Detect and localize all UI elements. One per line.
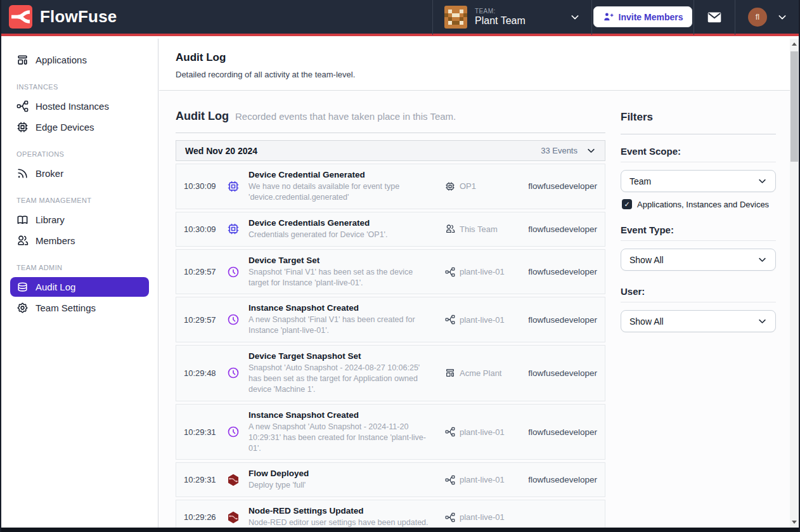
sidebar-item-label: Applications [35, 55, 87, 65]
sidebar: Applications INSTANCES Hosted Instances … [1, 39, 158, 528]
date-group-header[interactable]: Wed Nov 20 2024 33 Events [176, 140, 605, 161]
page-header: Audit Log Detailed recording of all acti… [159, 39, 790, 91]
event-user: flowfusedeveloper [528, 475, 597, 484]
card-subtitle: Recorded events that have taken place in… [235, 111, 456, 122]
notifications-button[interactable] [694, 0, 735, 35]
window-border-left [0, 0, 1, 532]
database-icon [16, 281, 29, 293]
clock-icon [227, 266, 240, 278]
audit-event-row: 10:30:09 Device Credentials Generated Cr… [176, 212, 605, 247]
event-description: Snapshot 'Final V1' has been set as the … [248, 267, 434, 289]
event-description: We have no details available for event t… [248, 181, 434, 203]
event-time: 10:30:09 [184, 224, 218, 234]
audit-event-row: 10:29:48 Device Target Snapshot Set Snap… [176, 345, 605, 401]
team-label: TEAM: [475, 8, 562, 15]
user-filter-value: Show All [629, 316, 664, 327]
event-description: A new Snapshot 'Final V1' has been creat… [248, 315, 434, 336]
instance-icon [445, 475, 455, 485]
event-time: 10:29:48 [184, 368, 218, 378]
chip-icon [227, 180, 240, 193]
team-selector[interactable]: TEAM: Plant Team [433, 0, 591, 35]
applications-icon [445, 368, 455, 378]
event-type-select[interactable]: Show All [621, 249, 776, 271]
label-divider [621, 302, 776, 302]
chevron-down-icon [758, 316, 767, 326]
invite-members-label: Invite Members [619, 12, 683, 22]
sidebar-item-members[interactable]: Members [10, 231, 149, 250]
audit-event-row: 10:29:31 Instance Snapshot Created A new… [176, 404, 605, 460]
team-meta: TEAM: Plant Team [475, 8, 562, 27]
scrollbar-down-button[interactable] [790, 517, 799, 528]
broadcast-icon [16, 167, 29, 179]
filters-panel: Filters Event Scope: Team Applications, … [621, 110, 776, 528]
instance-icon [445, 427, 455, 437]
checkbox-checked-icon[interactable] [622, 199, 632, 209]
instance-icon [445, 315, 455, 325]
scrollbar-up-button[interactable] [790, 39, 799, 49]
chevron-down-icon [570, 12, 580, 22]
instance-icon [445, 267, 455, 277]
window-border-bottom [0, 528, 800, 532]
event-scope: Acme Plant [445, 368, 528, 378]
scrollbar-thumb[interactable] [790, 51, 798, 162]
event-user: flowfusedeveloper [528, 267, 597, 276]
sidebar-item-label: Audit Log [35, 282, 75, 292]
user-menu[interactable]: fl [735, 0, 800, 35]
sidebar-item-broker[interactable]: Broker [10, 164, 149, 183]
chevron-down-icon [777, 12, 787, 22]
event-scope-select[interactable]: Team [621, 170, 776, 192]
instance-icon [16, 100, 29, 112]
sidebar-item-library[interactable]: Library [10, 210, 149, 230]
scope-include-checkbox-row[interactable]: Applications, Instances and Devices [622, 199, 775, 209]
user-filter-select[interactable]: Show All [621, 310, 776, 332]
user-filter-label: User: [621, 286, 776, 297]
label-divider [621, 240, 776, 241]
event-title: Instance Snapshot Created [248, 410, 434, 420]
invite-members-button[interactable]: Invite Members [593, 6, 693, 27]
event-time: 10:30:09 [184, 181, 218, 191]
event-scope: This Team [445, 224, 528, 234]
date-label: Wed Nov 20 2024 [185, 146, 257, 156]
event-title: Device Credential Generated [248, 170, 434, 179]
events-count: 33 Events [541, 146, 577, 155]
event-user: flowfusedeveloper [528, 427, 597, 437]
sidebar-item-label: Edge Devices [35, 122, 94, 133]
team-avatar [444, 6, 467, 29]
scroll-down-icon [792, 521, 797, 524]
event-title: Device Credentials Generated [248, 218, 434, 228]
event-time: 10:29:26 [184, 512, 218, 522]
page-subtitle: Detailed recording of all activity at th… [176, 70, 773, 79]
event-body: Node-RED Settings Updated Node-RED edito… [248, 506, 434, 528]
brand-name: FlowFuse [40, 7, 117, 27]
brand: FlowFuse [0, 5, 432, 29]
instance-icon [445, 512, 455, 522]
user-avatar: fl [748, 8, 767, 27]
sidebar-item-label: Members [35, 235, 75, 246]
sidebar-item-applications[interactable]: Applications [10, 50, 149, 70]
vertical-scrollbar[interactable] [790, 39, 799, 528]
sidebar-section-operations: OPERATIONS [16, 150, 143, 158]
chip-icon [16, 121, 29, 133]
chevron-down-icon [758, 255, 767, 264]
sidebar-item-label: Library [35, 214, 65, 225]
audit-event-row: 10:30:09 Device Credential Generated We … [176, 164, 605, 209]
event-user: flowfusedeveloper [528, 368, 597, 378]
event-body: Instance Snapshot Created A new Snapshot… [248, 303, 434, 336]
sidebar-item-edge-devices[interactable]: Edge Devices [10, 117, 149, 137]
card-header: Audit Log Recorded events that have take… [176, 110, 605, 123]
sidebar-item-hosted-instances[interactable]: Hosted Instances [10, 96, 149, 116]
sidebar-item-audit-log[interactable]: Audit Log [10, 277, 149, 297]
event-scope-value: Team [629, 176, 651, 186]
users-icon [16, 235, 29, 247]
scope-checkbox-label: Applications, Instances and Devices [637, 200, 769, 209]
event-description: Node-RED editor user settings have been … [248, 517, 434, 528]
sidebar-item-team-settings[interactable]: Team Settings [10, 298, 149, 318]
event-scope-label: Event Scope: [621, 146, 776, 157]
date-group-toggle[interactable]: 33 Events [541, 146, 596, 155]
event-body: Device Credential Generated We have no d… [248, 170, 434, 203]
event-title: Instance Snapshot Created [248, 303, 434, 313]
app-window: FlowFuse TEAM: Plant Team Invite Members… [0, 0, 800, 532]
event-time: 10:29:31 [184, 427, 218, 437]
clock-icon [227, 425, 240, 438]
team-name: Plant Team [475, 15, 562, 27]
